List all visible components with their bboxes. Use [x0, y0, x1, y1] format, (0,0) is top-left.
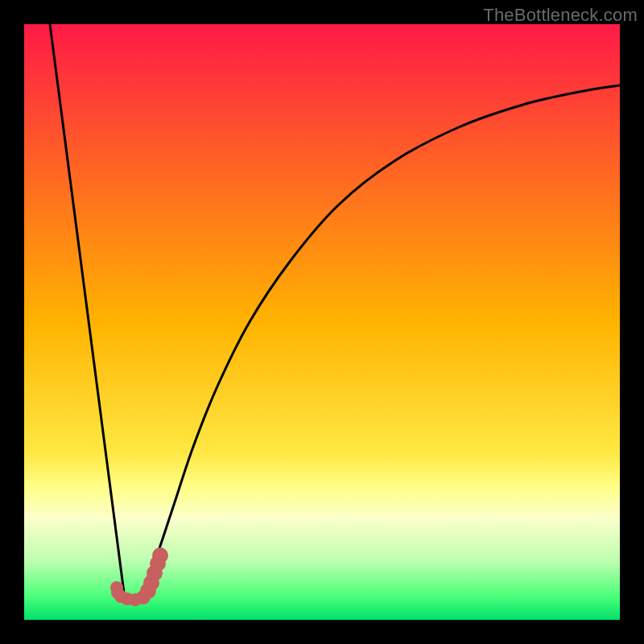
chart-frame	[24, 24, 620, 620]
chart-svg	[24, 24, 620, 620]
watermark-text: TheBottleneck.com	[483, 5, 638, 26]
marker-dot-10	[152, 547, 168, 564]
chart-background	[24, 24, 620, 620]
